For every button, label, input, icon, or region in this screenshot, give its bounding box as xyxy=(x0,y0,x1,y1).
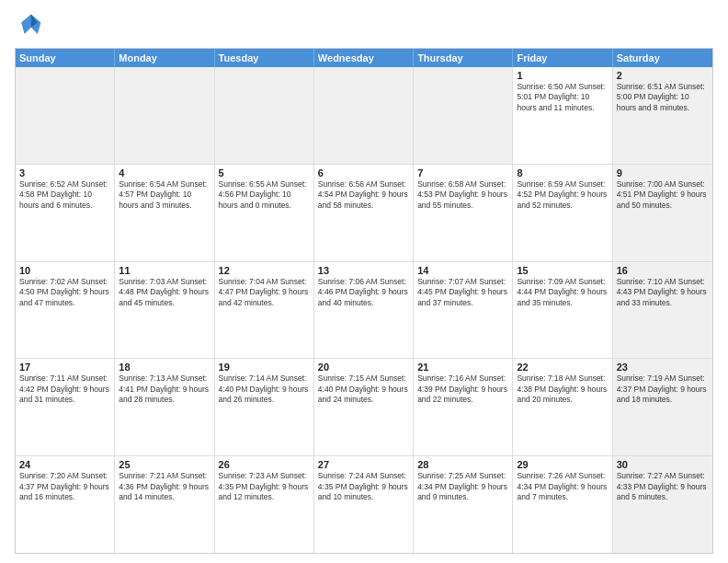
calendar-cell-empty-0-1 xyxy=(115,67,214,164)
day-number: 27 xyxy=(318,459,409,470)
day-number: 17 xyxy=(19,362,110,373)
calendar-week-3: 10Sunrise: 7:02 AM Sunset: 4:50 PM Dayli… xyxy=(16,262,712,360)
calendar-cell-14: 14Sunrise: 7:07 AM Sunset: 4:45 PM Dayli… xyxy=(414,262,513,359)
day-info: Sunrise: 6:52 AM Sunset: 4:58 PM Dayligh… xyxy=(19,179,110,211)
day-info: Sunrise: 7:06 AM Sunset: 4:46 PM Dayligh… xyxy=(318,277,409,308)
calendar-cell-21: 21Sunrise: 7:16 AM Sunset: 4:39 PM Dayli… xyxy=(414,359,513,455)
header-day-wednesday: Wednesday xyxy=(314,49,414,67)
day-info: Sunrise: 7:19 AM Sunset: 4:37 PM Dayligh… xyxy=(617,373,709,405)
day-number: 22 xyxy=(517,362,608,373)
calendar-cell-29: 29Sunrise: 7:26 AM Sunset: 4:34 PM Dayli… xyxy=(513,456,612,553)
calendar-cell-20: 20Sunrise: 7:15 AM Sunset: 4:40 PM Dayli… xyxy=(314,359,414,455)
calendar-cell-3: 3Sunrise: 6:52 AM Sunset: 4:58 PM Daylig… xyxy=(16,165,115,261)
calendar-cell-empty-0-0 xyxy=(16,67,115,164)
day-info: Sunrise: 6:58 AM Sunset: 4:53 PM Dayligh… xyxy=(417,179,508,211)
day-number: 6 xyxy=(318,167,409,178)
day-info: Sunrise: 6:56 AM Sunset: 4:54 PM Dayligh… xyxy=(318,179,409,211)
day-info: Sunrise: 7:00 AM Sunset: 4:51 PM Dayligh… xyxy=(617,179,709,211)
day-number: 29 xyxy=(517,459,608,470)
calendar-cell-5: 5Sunrise: 6:55 AM Sunset: 4:56 PM Daylig… xyxy=(215,165,314,261)
calendar-cell-13: 13Sunrise: 7:06 AM Sunset: 4:46 PM Dayli… xyxy=(314,262,414,359)
day-number: 25 xyxy=(119,459,210,470)
header-day-tuesday: Tuesday xyxy=(215,49,314,67)
calendar-cell-9: 9Sunrise: 7:00 AM Sunset: 4:51 PM Daylig… xyxy=(613,165,712,261)
calendar-cell-19: 19Sunrise: 7:14 AM Sunset: 4:40 PM Dayli… xyxy=(215,359,314,455)
logo-icon xyxy=(15,11,44,40)
day-info: Sunrise: 7:07 AM Sunset: 4:45 PM Dayligh… xyxy=(417,277,508,308)
day-number: 8 xyxy=(517,167,608,178)
header-day-friday: Friday xyxy=(513,49,612,67)
calendar-cell-empty-0-2 xyxy=(215,67,314,164)
calendar-cell-24: 24Sunrise: 7:20 AM Sunset: 4:37 PM Dayli… xyxy=(16,456,115,553)
day-info: Sunrise: 7:27 AM Sunset: 4:33 PM Dayligh… xyxy=(617,471,709,502)
calendar-cell-1: 1Sunrise: 6:50 AM Sunset: 5:01 PM Daylig… xyxy=(513,67,612,164)
day-number: 5 xyxy=(219,167,310,178)
day-number: 1 xyxy=(517,70,608,81)
header-day-monday: Monday xyxy=(115,49,214,67)
calendar-cell-empty-0-4 xyxy=(414,67,513,164)
calendar-cell-4: 4Sunrise: 6:54 AM Sunset: 4:57 PM Daylig… xyxy=(115,165,214,261)
calendar-cell-17: 17Sunrise: 7:11 AM Sunset: 4:42 PM Dayli… xyxy=(16,359,115,455)
calendar-cell-16: 16Sunrise: 7:10 AM Sunset: 4:43 PM Dayli… xyxy=(613,262,712,359)
header-day-thursday: Thursday xyxy=(414,49,513,67)
day-number: 23 xyxy=(617,362,709,373)
calendar: SundayMondayTuesdayWednesdayThursdayFrid… xyxy=(15,48,713,554)
calendar-cell-26: 26Sunrise: 7:23 AM Sunset: 4:35 PM Dayli… xyxy=(215,456,314,553)
day-number: 30 xyxy=(617,459,709,470)
calendar-cell-30: 30Sunrise: 7:27 AM Sunset: 4:33 PM Dayli… xyxy=(613,456,712,553)
day-number: 24 xyxy=(19,459,110,470)
day-info: Sunrise: 7:03 AM Sunset: 4:48 PM Dayligh… xyxy=(119,277,210,308)
day-number: 18 xyxy=(119,362,210,373)
day-info: Sunrise: 6:50 AM Sunset: 5:01 PM Dayligh… xyxy=(517,82,608,113)
page: SundayMondayTuesdayWednesdayThursdayFrid… xyxy=(0,0,728,563)
day-info: Sunrise: 6:59 AM Sunset: 4:52 PM Dayligh… xyxy=(517,179,608,211)
calendar-week-2: 3Sunrise: 6:52 AM Sunset: 4:58 PM Daylig… xyxy=(16,165,712,262)
calendar-cell-2: 2Sunrise: 6:51 AM Sunset: 5:00 PM Daylig… xyxy=(613,67,712,164)
calendar-cell-28: 28Sunrise: 7:25 AM Sunset: 4:34 PM Dayli… xyxy=(414,456,513,553)
day-info: Sunrise: 7:11 AM Sunset: 4:42 PM Dayligh… xyxy=(19,373,110,405)
day-number: 28 xyxy=(417,459,508,470)
calendar-cell-empty-0-3 xyxy=(314,67,414,164)
day-info: Sunrise: 7:26 AM Sunset: 4:34 PM Dayligh… xyxy=(517,471,608,502)
day-number: 15 xyxy=(517,265,608,276)
day-info: Sunrise: 6:55 AM Sunset: 4:56 PM Dayligh… xyxy=(219,179,310,211)
day-number: 19 xyxy=(219,362,310,373)
day-number: 11 xyxy=(119,265,210,276)
calendar-body: 1Sunrise: 6:50 AM Sunset: 5:01 PM Daylig… xyxy=(16,67,712,553)
day-info: Sunrise: 7:25 AM Sunset: 4:34 PM Dayligh… xyxy=(417,471,508,502)
day-number: 9 xyxy=(617,167,709,178)
calendar-cell-8: 8Sunrise: 6:59 AM Sunset: 4:52 PM Daylig… xyxy=(513,165,612,261)
day-number: 14 xyxy=(417,265,508,276)
calendar-cell-15: 15Sunrise: 7:09 AM Sunset: 4:44 PM Dayli… xyxy=(513,262,612,359)
calendar-cell-23: 23Sunrise: 7:19 AM Sunset: 4:37 PM Dayli… xyxy=(613,359,712,455)
calendar-cell-10: 10Sunrise: 7:02 AM Sunset: 4:50 PM Dayli… xyxy=(16,262,115,359)
day-info: Sunrise: 7:20 AM Sunset: 4:37 PM Dayligh… xyxy=(19,471,110,502)
day-number: 2 xyxy=(617,70,709,81)
calendar-cell-27: 27Sunrise: 7:24 AM Sunset: 4:35 PM Dayli… xyxy=(314,456,414,553)
calendar-cell-25: 25Sunrise: 7:21 AM Sunset: 4:36 PM Dayli… xyxy=(115,456,214,553)
calendar-cell-18: 18Sunrise: 7:13 AM Sunset: 4:41 PM Dayli… xyxy=(115,359,214,455)
day-number: 10 xyxy=(19,265,110,276)
day-number: 16 xyxy=(617,265,709,276)
day-number: 20 xyxy=(318,362,409,373)
day-info: Sunrise: 7:16 AM Sunset: 4:39 PM Dayligh… xyxy=(417,373,508,405)
day-info: Sunrise: 7:21 AM Sunset: 4:36 PM Dayligh… xyxy=(119,471,210,502)
header xyxy=(15,11,713,40)
day-info: Sunrise: 7:02 AM Sunset: 4:50 PM Dayligh… xyxy=(19,277,110,308)
day-number: 21 xyxy=(417,362,508,373)
calendar-cell-22: 22Sunrise: 7:18 AM Sunset: 4:38 PM Dayli… xyxy=(513,359,612,455)
day-number: 12 xyxy=(219,265,310,276)
day-number: 4 xyxy=(119,167,210,178)
day-number: 13 xyxy=(318,265,409,276)
logo xyxy=(15,11,48,40)
day-info: Sunrise: 6:51 AM Sunset: 5:00 PM Dayligh… xyxy=(617,82,709,113)
calendar-cell-12: 12Sunrise: 7:04 AM Sunset: 4:47 PM Dayli… xyxy=(215,262,314,359)
day-number: 3 xyxy=(19,167,110,178)
day-info: Sunrise: 7:04 AM Sunset: 4:47 PM Dayligh… xyxy=(219,277,310,308)
calendar-week-5: 24Sunrise: 7:20 AM Sunset: 4:37 PM Dayli… xyxy=(16,456,712,553)
header-day-saturday: Saturday xyxy=(613,49,712,67)
day-info: Sunrise: 7:13 AM Sunset: 4:41 PM Dayligh… xyxy=(119,373,210,405)
day-info: Sunrise: 7:09 AM Sunset: 4:44 PM Dayligh… xyxy=(517,277,608,308)
calendar-week-1: 1Sunrise: 6:50 AM Sunset: 5:01 PM Daylig… xyxy=(16,67,712,165)
calendar-cell-6: 6Sunrise: 6:56 AM Sunset: 4:54 PM Daylig… xyxy=(314,165,414,261)
